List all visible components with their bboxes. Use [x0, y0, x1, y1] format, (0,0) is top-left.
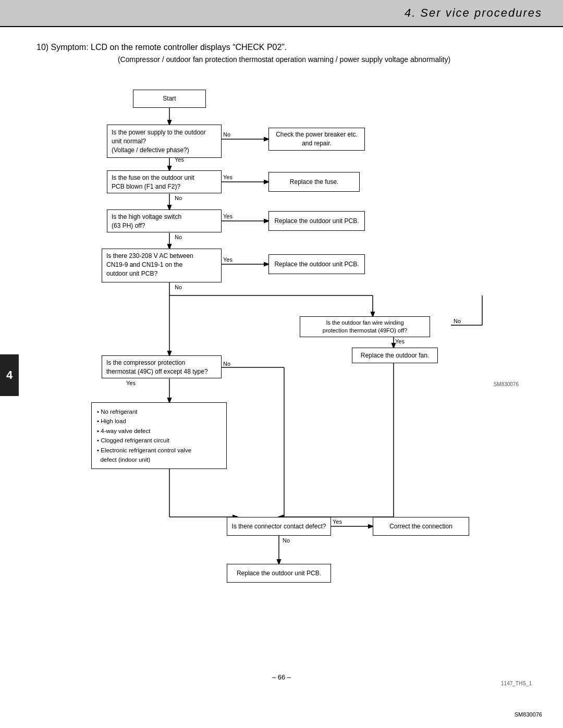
footer-page: – 66 – — [0, 663, 563, 686]
label-yes-q5a6: Yes — [126, 380, 136, 386]
label-yes-q6a5: Yes — [395, 338, 405, 344]
label-no-q6: No — [454, 318, 461, 324]
box-q1: Start Is the power supply to the outdoor… — [107, 125, 222, 158]
box-a6: • No refrigerant • High load • 4-way val… — [91, 402, 227, 469]
footer-ref: 1147_THS_1 — [501, 681, 532, 686]
box-a1: Check the power breaker etc.and repair. — [268, 128, 365, 151]
label-yes-q3a3: Yes — [223, 213, 232, 219]
footer-sm: SM830076 — [515, 711, 542, 718]
label-no-q3q4: No — [175, 234, 182, 240]
symptom-title-line1: 10) Symptom: LCD on the remote controlle… — [36, 43, 537, 52]
footer-page-number: – 66 – — [272, 673, 291, 681]
flowchart: Start Start Is the power supply to the o… — [50, 79, 519, 632]
box-q5: Is the compressor protectionthermostat (… — [102, 355, 222, 378]
box-q7: Is there connector contact defect? — [227, 517, 331, 536]
box-a3: Replace the outdoor unit PCB. — [268, 211, 365, 231]
sm-ref: SM830076 — [494, 381, 519, 387]
box-q3: Is the high voltage switch(63 PH) off? — [107, 209, 222, 232]
label-no-q5: No — [223, 361, 230, 367]
symptom-subtitle: (Compressor / outdoor fan protection the… — [31, 55, 537, 64]
label-yes-q7a7: Yes — [333, 519, 342, 525]
box-a2: Replace the fuse. — [268, 172, 360, 192]
label-yes-q1q2: Yes — [175, 156, 184, 163]
box-q4: Is there 230-208 V AC betweenCN19-9 and … — [102, 249, 222, 282]
header: 4. Ser vice procedures — [0, 0, 563, 27]
label-no-q4: No — [175, 284, 182, 290]
header-title: 4. Ser vice procedures — [405, 6, 542, 19]
main-content: 10) Symptom: LCD on the remote controlle… — [0, 27, 563, 663]
side-tab: 4 — [0, 354, 19, 396]
box-a7: Correct the connection — [373, 517, 469, 536]
label-yes-q4a4: Yes — [223, 256, 232, 263]
label-no-q1a1: No — [223, 131, 230, 138]
box-start: Start — [133, 90, 206, 108]
box-a8: Replace the outdoor unit PCB. — [227, 564, 331, 583]
label-no-q7a8: No — [283, 537, 290, 544]
box-q2: Is the fuse on the outdoor unitPCB blown… — [107, 170, 222, 193]
box-a4: Replace the outdoor unit PCB. — [268, 254, 365, 274]
label-yes-q2a2: Yes — [223, 174, 232, 180]
box-a5: Replace the outdoor fan. — [352, 348, 438, 363]
label-no-q2q3: No — [175, 195, 182, 201]
box-q6: Is the outdoor fan wire windingprotectio… — [300, 316, 430, 337]
